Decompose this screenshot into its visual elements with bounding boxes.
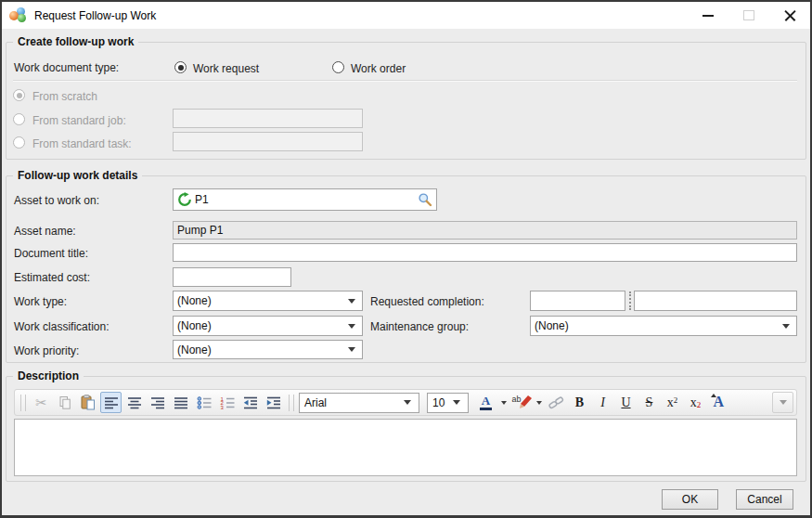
radio-work-order-label[interactable]: Work order — [351, 62, 406, 75]
work-classification-dropdown[interactable]: (None) — [173, 316, 363, 336]
copy-icon — [58, 395, 72, 410]
justify-button[interactable] — [170, 392, 191, 413]
numbered-list-icon: 123 — [220, 396, 235, 409]
font-name-value: Arial — [304, 396, 327, 409]
maximize-button — [728, 2, 769, 29]
bold-label: B — [575, 395, 584, 410]
toolbar-overflow-button[interactable] — [772, 392, 793, 413]
align-left-icon — [104, 396, 119, 409]
maintenance-group-label: Maintenance group: — [370, 320, 469, 333]
document-title-label: Document title: — [14, 247, 88, 260]
maintenance-group-dropdown[interactable]: (None) — [530, 316, 797, 336]
work-type-label: Work type: — [14, 295, 67, 308]
highlight-button[interactable]: ab — [510, 392, 532, 413]
asset-picker-field[interactable]: P1 — [173, 188, 437, 211]
subscript-button[interactable]: x2 — [685, 392, 706, 413]
work-type-dropdown[interactable]: (None) — [173, 291, 363, 311]
align-right-button[interactable] — [147, 392, 168, 413]
document-title-input[interactable] — [173, 243, 797, 262]
work-type-value: (None) — [177, 294, 212, 307]
highlight-dropdown-arrow[interactable] — [534, 392, 544, 413]
radio-from-standard-job-label: From standard job: — [32, 114, 126, 127]
paste-icon — [80, 395, 96, 410]
font-name-combo[interactable]: Arial — [299, 393, 419, 413]
separator-line — [13, 80, 797, 82]
radio-from-scratch-label: From scratch — [32, 90, 97, 103]
font-size-combo[interactable]: 10 — [427, 393, 469, 413]
dropdown-arrow-icon[interactable] — [345, 317, 358, 335]
grow-font-icon: A — [711, 394, 728, 412]
grow-font-button[interactable]: A — [708, 392, 729, 413]
cut-button: ✂ — [31, 392, 52, 413]
group-create-follow-up-work: Create follow-up work Work document type… — [6, 42, 806, 160]
underline-button[interactable]: U — [615, 392, 637, 413]
dropdown-arrow-icon[interactable] — [780, 317, 793, 335]
bullet-list-icon — [197, 396, 212, 409]
toolbar-grip[interactable] — [20, 395, 26, 411]
align-left-button[interactable] — [100, 392, 122, 413]
bold-button[interactable]: B — [569, 392, 590, 413]
copy-button — [54, 392, 75, 413]
font-color-dropdown-arrow[interactable] — [498, 392, 509, 413]
dropdown-arrow-icon[interactable] — [345, 291, 358, 310]
outdent-button[interactable] — [239, 392, 261, 413]
align-center-icon — [127, 396, 142, 409]
estimated-cost-input[interactable] — [173, 267, 291, 287]
minimize-icon — [702, 15, 714, 17]
minimize-button[interactable] — [688, 2, 728, 29]
cancel-button[interactable]: Cancel — [736, 489, 793, 510]
close-button[interactable] — [769, 2, 810, 29]
radio-from-standard-job — [13, 113, 25, 125]
font-size-value: 10 — [432, 396, 445, 409]
ok-button[interactable]: OK — [662, 489, 718, 510]
maximize-icon — [743, 10, 754, 20]
work-priority-value: (None) — [177, 343, 212, 356]
font-color-icon: A — [480, 395, 492, 410]
work-priority-dropdown[interactable]: (None) — [173, 340, 363, 359]
strikethrough-button[interactable]: S — [638, 392, 660, 413]
hyperlink-icon — [548, 395, 564, 409]
justify-icon — [174, 396, 188, 409]
italic-button[interactable]: I — [592, 392, 613, 413]
dialog-window: Request Follow-up Work Create follow-up … — [0, 0, 812, 518]
work-classification-value: (None) — [177, 319, 212, 332]
radio-from-scratch — [13, 89, 25, 101]
radio-work-request-label[interactable]: Work request — [193, 62, 259, 75]
work-priority-label: Work priority: — [14, 344, 79, 357]
cut-icon: ✂ — [35, 395, 47, 409]
search-icon[interactable] — [418, 192, 432, 207]
window-title: Request Follow-up Work — [34, 9, 156, 22]
work-document-type-label: Work document type: — [14, 61, 119, 74]
description-editor[interactable] — [14, 419, 797, 476]
app-icon — [9, 7, 28, 23]
paste-button[interactable] — [77, 392, 98, 413]
title-bar: Request Follow-up Work — [2, 2, 810, 29]
requested-completion-time-spinner[interactable] — [634, 291, 797, 311]
highlight-icon: ab — [512, 395, 531, 411]
superscript-icon: x2 — [667, 396, 678, 409]
numbered-list-button[interactable]: 123 — [216, 392, 238, 413]
group-title-create: Create follow-up work — [13, 35, 138, 49]
indent-icon — [266, 396, 281, 409]
radio-work-request[interactable] — [174, 61, 187, 73]
toolbar-grip[interactable] — [289, 395, 294, 411]
group-description: Description ✂ — [6, 376, 806, 482]
indent-button[interactable] — [263, 392, 284, 413]
radio-work-order[interactable] — [332, 61, 344, 73]
hyperlink-button — [546, 392, 567, 413]
group-title-description: Description — [13, 369, 84, 383]
outdent-icon — [243, 396, 258, 409]
underline-label: U — [621, 395, 630, 410]
app-icon-sphere-green — [18, 14, 26, 22]
dropdown-arrow-icon[interactable] — [345, 341, 358, 358]
standard-task-input — [173, 132, 363, 151]
font-color-button[interactable]: A — [475, 392, 496, 413]
dropdown-arrow-icon[interactable] — [450, 394, 463, 412]
dropdown-arrow-icon[interactable] — [401, 394, 414, 412]
requested-completion-date-dropdown[interactable] — [530, 291, 625, 311]
strikethrough-label: S — [646, 395, 653, 410]
group-follow-up-work-details: Follow-up work details Asset to work on:… — [6, 175, 806, 363]
bullet-list-button[interactable] — [193, 392, 214, 413]
superscript-button[interactable]: x2 — [662, 392, 683, 413]
align-center-button[interactable] — [123, 392, 145, 413]
